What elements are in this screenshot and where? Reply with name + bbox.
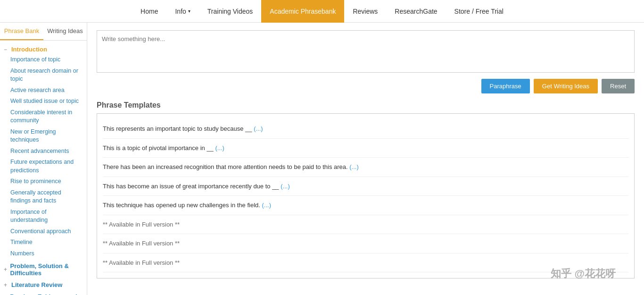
- list-item[interactable]: Timeline: [0, 237, 87, 248]
- list-item[interactable]: Importance of topic: [0, 54, 87, 66]
- nav-info[interactable]: Info ▾: [166, 0, 198, 23]
- phrase-templates-box: This represents an important topic to st…: [97, 113, 635, 278]
- phrase-text: There has been an increased recognition …: [103, 163, 349, 170]
- list-item[interactable]: Conventional approach: [0, 226, 87, 237]
- locked-text: ** Available in Full version **: [103, 259, 180, 266]
- phrase-item-locked: ** Available in Full version **: [103, 215, 628, 235]
- section-literature: + Literature Review: [0, 279, 87, 291]
- phrase-item: This has become an issue of great import…: [103, 177, 628, 196]
- tab-phrasebank[interactable]: Phrase Bank: [0, 23, 43, 40]
- phrase-link[interactable]: (...): [215, 144, 224, 152]
- toggle-icon: −: [4, 46, 9, 53]
- phrase-item: This technique has opened up new challen…: [103, 196, 628, 215]
- get-writing-ideas-button[interactable]: Get Writing Ideas: [534, 79, 598, 93]
- list-item[interactable]: Well studied issue or topic: [0, 96, 87, 107]
- writing-textarea[interactable]: [97, 30, 635, 73]
- nav-reviews[interactable]: Reviews: [344, 0, 386, 23]
- nav-bar: Home Info ▾ Training Videos Academic Phr…: [0, 0, 644, 23]
- section-introduction: − Introduction Importance of topic About…: [0, 43, 87, 260]
- toggle-icon: +: [4, 282, 9, 288]
- phrase-text: This technique has opened up new challen…: [103, 202, 262, 209]
- phrase-item-locked: ** Available in Full version **: [103, 253, 628, 273]
- section-previous: + Previous Evidence and Findings: [0, 291, 87, 295]
- reset-button[interactable]: Reset: [602, 79, 635, 93]
- section-problem-header[interactable]: + Problem, Solution & Difficulties: [0, 261, 87, 278]
- action-buttons: Paraphrase Get Writing Ideas Reset: [97, 79, 635, 93]
- toggle-icon: +: [4, 266, 8, 273]
- phrase-link[interactable]: (...): [262, 202, 272, 209]
- phrase-item: This is a topic of pivotal importance in…: [103, 139, 628, 158]
- section-problem: + Problem, Solution & Difficulties: [0, 260, 87, 279]
- phrase-item: This represents an important topic to st…: [103, 119, 628, 139]
- list-item[interactable]: Importance of understanding: [0, 207, 87, 226]
- section-literature-header[interactable]: + Literature Review: [0, 280, 87, 290]
- phrase-link[interactable]: (...): [281, 183, 290, 190]
- list-item[interactable]: Active research area: [0, 85, 87, 96]
- list-item[interactable]: Generally accepted findings and facts: [0, 187, 87, 207]
- phrase-text: This has become an issue of great import…: [103, 183, 281, 190]
- phrase-text: This represents an important topic to st…: [103, 125, 254, 132]
- phrase-link[interactable]: (...): [349, 163, 359, 170]
- list-item[interactable]: Recent advancements: [0, 146, 87, 157]
- content-area: Paraphrase Get Writing Ideas Reset Phras…: [87, 23, 644, 295]
- list-item[interactable]: Numbers: [0, 248, 87, 260]
- locked-text: ** Available in Full version **: [103, 221, 180, 228]
- phrase-templates-title: Phrase Templates: [97, 101, 635, 110]
- phrase-item-locked: ** Available in Full version **: [103, 272, 628, 278]
- nav-academic[interactable]: Academic Phrasebank: [261, 0, 344, 23]
- list-item[interactable]: About research domain or topic: [0, 66, 87, 85]
- phrase-item: There has been an increased recognition …: [103, 158, 628, 177]
- section-previous-header[interactable]: + Previous Evidence and Findings: [0, 292, 87, 295]
- phrase-item-locked: ** Available in Full version **: [103, 234, 628, 253]
- section-previous-label: Previous Evidence and Findings: [10, 293, 83, 295]
- nav-home[interactable]: Home: [132, 0, 166, 23]
- section-introduction-header[interactable]: − Introduction: [0, 44, 87, 54]
- list-item[interactable]: Considerable interest in community: [0, 107, 87, 126]
- info-caret-icon: ▾: [188, 8, 190, 14]
- phrase-text: This is a topic of pivotal importance in…: [103, 144, 215, 152]
- tab-writingideas[interactable]: Writing Ideas: [43, 23, 87, 40]
- nav-store[interactable]: Store / Free Trial: [446, 0, 512, 23]
- paraphrase-button[interactable]: Paraphrase: [481, 79, 530, 93]
- sidebar: Phrase Bank Writing Ideas − Introduction…: [0, 23, 87, 295]
- nav-training[interactable]: Training Videos: [199, 0, 262, 23]
- sidebar-content: − Introduction Importance of topic About…: [0, 41, 87, 295]
- list-item[interactable]: Future expectations and predictions: [0, 157, 87, 176]
- section-problem-label: Problem, Solution & Difficulties: [10, 262, 83, 277]
- nav-researchgate[interactable]: ResearchGate: [386, 0, 446, 23]
- list-item[interactable]: Rise to prominence: [0, 176, 87, 187]
- locked-text: ** Available in Full version **: [103, 278, 180, 278]
- list-item[interactable]: New or Emerging techniques: [0, 126, 87, 146]
- locked-text: ** Available in Full version **: [103, 240, 180, 247]
- sidebar-tabs: Phrase Bank Writing Ideas: [0, 23, 87, 41]
- section-introduction-label: Introduction: [11, 46, 47, 53]
- section-literature-label: Literature Review: [11, 281, 62, 288]
- phrase-link[interactable]: (...): [254, 125, 263, 132]
- main-layout: Phrase Bank Writing Ideas − Introduction…: [0, 23, 644, 295]
